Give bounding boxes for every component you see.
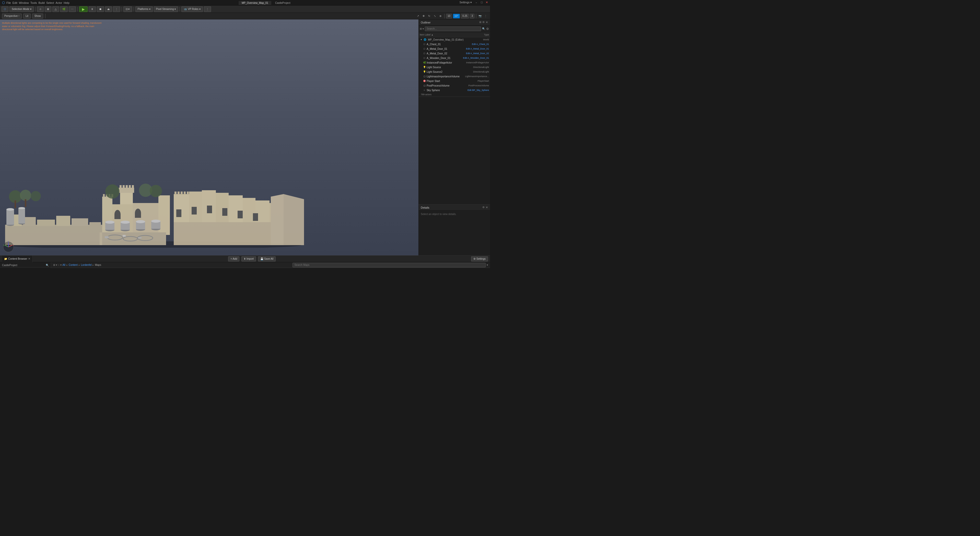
svg-rect-5 [56, 216, 70, 226]
mode-switcher-btn[interactable]: ⬡ [2, 6, 8, 12]
selection-mode-btn[interactable]: Selection Mode ▾ [10, 6, 34, 12]
outliner-close-btn[interactable]: ✕ [486, 21, 488, 24]
item-type-link[interactable]: Edit A_Metal_Door_02 [466, 52, 489, 55]
list-item[interactable]: 💡 Light Source DirectionalLight [419, 65, 490, 70]
cb-search-icon[interactable]: 🔍 [46, 264, 49, 266]
player-start-item[interactable]: 🎯 Player Start PlayerStart [419, 79, 490, 83]
lightmass-icon: ◻ [423, 75, 426, 78]
cb-add-btn[interactable]: + Add [228, 256, 239, 262]
svg-rect-73 [253, 213, 258, 221]
menu-build[interactable]: Build [38, 1, 45, 4]
list-item[interactable]: 💡 Light Source2 DirectionalLight [419, 70, 490, 74]
rotate-icon[interactable]: ↻ [427, 14, 431, 18]
lit-label: Lit [25, 14, 29, 17]
foliage-btn[interactable]: 🌿 [60, 6, 68, 12]
cb-save-all-btn[interactable]: 💾 Save All [258, 256, 276, 262]
menu-edit[interactable]: Edit [13, 1, 18, 4]
translate-icon[interactable]: ✥ [421, 14, 426, 18]
details-settings-icon[interactable]: ⚙ [482, 206, 485, 209]
landscape-btn[interactable]: △ [52, 6, 59, 12]
bc-content[interactable]: Content [69, 263, 78, 266]
eject-btn[interactable]: ⏏ [105, 6, 112, 12]
cb-search-chevron[interactable]: ▾ [487, 263, 488, 266]
bc-sort-icon[interactable]: ↕ ▾ [58, 263, 62, 266]
transform-btn[interactable]: ⊹ [37, 6, 44, 12]
angle-value[interactable]: 10° [453, 14, 460, 18]
perspective-btn[interactable]: Perspective ▾ [2, 14, 22, 19]
scale-icon[interactable]: ⤡ [433, 14, 437, 18]
cb-tab-close[interactable]: ✕ [28, 257, 30, 260]
show-label: Show [35, 14, 41, 17]
extra-btn[interactable]: ⋯ [69, 6, 76, 12]
details-close-btn[interactable]: ✕ [486, 206, 488, 209]
settings-btn[interactable]: Settings ▾ [460, 1, 472, 5]
list-item[interactable]: ◻ PostProcessVolume PostProcessVolume [419, 83, 490, 88]
outliner-filter-icon[interactable]: ⊞ [479, 21, 481, 24]
bc-lordenfel[interactable]: Lordenfel [81, 263, 92, 266]
sep5 [180, 7, 180, 11]
menu-help[interactable]: Help [64, 1, 70, 4]
player-start-icon: 🎯 [423, 80, 426, 82]
vp-settings-icon[interactable]: ⋮ [484, 14, 488, 18]
more-play-btn[interactable]: ⋮ [113, 6, 120, 12]
select-icon[interactable]: ↗ [416, 14, 420, 18]
outliner-settings-icon[interactable]: ⚙ [482, 21, 485, 24]
menu-tools[interactable]: Tools [30, 1, 37, 4]
vp-roles-btn[interactable]: 📹 VP Roles ▾ [181, 6, 203, 12]
list-item[interactable]: ○ Sky Sphere Edit BP_Sky_Sphere [419, 88, 490, 92]
extra-num[interactable]: 3 [470, 14, 474, 18]
list-item[interactable]: ◻ LightmassImportanceVolume LightmassImp… [419, 74, 490, 79]
cb-settings-btn[interactable]: ⚙ Settings [471, 256, 488, 262]
document-tab[interactable]: MP_Overview_Map_01 [239, 1, 271, 5]
cb-import-btn[interactable]: ⬆ Import [242, 256, 256, 262]
svg-point-38 [105, 184, 119, 199]
bc-filter-icon[interactable]: ⊞ ▾ [53, 263, 57, 266]
item-type-link[interactable]: Edit A_Chest_01 [472, 43, 489, 46]
menu-actor[interactable]: Actor [56, 1, 62, 4]
world-icon[interactable]: ⊕ [438, 14, 443, 18]
stop-btn[interactable]: ⏹ [97, 6, 104, 12]
close-btn[interactable]: ✕ [486, 1, 488, 5]
svg-point-53 [151, 220, 161, 223]
platforms-btn[interactable]: Platforms ▾ [135, 6, 153, 12]
vp-more-btn[interactable]: ⋮ [204, 6, 211, 12]
list-item[interactable]: □ A_Chest_01 Edit A_Chest_01 [419, 42, 490, 46]
minimize-btn[interactable]: － [475, 1, 478, 5]
item-type-link[interactable]: Edit A_Metal_Door_01 [466, 48, 489, 50]
outliner-search-input[interactable] [425, 27, 481, 31]
menu-select[interactable]: Select [46, 1, 54, 4]
svg-text:Y: Y [3, 244, 4, 246]
bc-maps[interactable]: Maps [95, 263, 101, 266]
outliner-add-icon[interactable]: ⚙ [486, 27, 489, 31]
list-item[interactable]: 🌿 InstancedFoliageActor InstancedFoliage… [419, 60, 490, 65]
menu-file[interactable]: File [6, 1, 11, 4]
outliner-filter-btn[interactable]: ⊞ ▾ [420, 27, 424, 30]
details-placeholder: Select an object to view details. [421, 213, 457, 216]
details-header-actions: ⚙ ✕ [482, 206, 488, 209]
snap-btn[interactable]: ⊠ [45, 6, 51, 12]
snap-value[interactable]: 10 [446, 14, 452, 18]
svg-rect-4 [37, 220, 55, 226]
bc-all[interactable]: All [63, 263, 65, 266]
play-btn[interactable]: ▶ [79, 6, 88, 12]
maximize-btn[interactable]: □ [481, 1, 483, 5]
svg-point-16 [31, 191, 41, 201]
scale-value[interactable]: 0.25 [461, 14, 469, 18]
root-item-type: World [483, 38, 489, 41]
item-type-link[interactable]: Edit A_Wooden_Door_01 [463, 57, 489, 59]
list-item[interactable]: □ A_Metal_Door_02 Edit A_Metal_Door_02 [419, 51, 490, 56]
camera-icon[interactable]: 📷 [478, 14, 482, 18]
list-item[interactable]: □ A_Wooden_Door_01 Edit A_Wooden_Door_01 [419, 56, 490, 60]
show-btn[interactable]: Show [32, 14, 43, 19]
item-type-link[interactable]: Edit BP_Sky_Sphere [468, 89, 489, 91]
viewport[interactable]: Multiple directional lights are competin… [0, 19, 418, 255]
cb-search-input[interactable] [293, 263, 486, 267]
pixel-streaming-btn[interactable]: Pixel Streaming ▾ [154, 6, 178, 12]
outliner-root-item[interactable]: ▼ 🌐 MP_Overview_Map_01 (Editor) World [419, 37, 490, 42]
menu-window[interactable]: Window [19, 1, 29, 4]
pause-btn[interactable]: ⏸ [89, 6, 96, 12]
lit-btn[interactable]: Lit [23, 14, 31, 19]
snap-settings-btn[interactable]: ⊡ ▾ [123, 6, 132, 12]
content-browser-tab[interactable]: 📁 Content Browser ✕ [2, 255, 33, 262]
list-item[interactable]: □ A_Metal_Door_01 Edit A_Metal_Door_01 [419, 46, 490, 51]
